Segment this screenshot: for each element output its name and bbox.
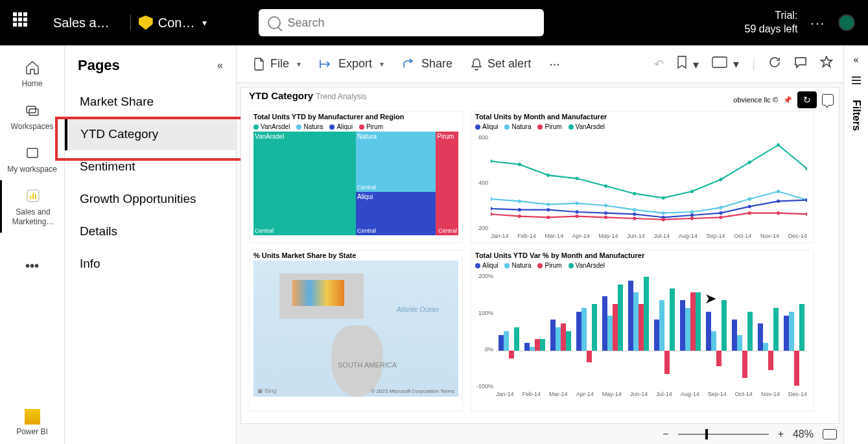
svg-point-9 xyxy=(518,163,521,166)
zoom-value: 48% xyxy=(793,428,814,440)
reset-visual-icon[interactable]: ↻ xyxy=(797,91,817,108)
separator xyxy=(130,15,131,30)
layout-icon xyxy=(712,56,727,68)
filters-pane: « Filters xyxy=(843,45,868,444)
export-menu[interactable]: Export ▾ xyxy=(312,53,390,75)
nav-home[interactable]: Home xyxy=(0,52,64,95)
bookmark-icon xyxy=(677,56,687,69)
nav-sales-marketing[interactable]: Sales and Marketing… xyxy=(0,180,64,233)
sensitivity-text: Con… xyxy=(158,16,195,30)
action-bar: File ▾ Export ▾ Share Set alert ··· ↶ xyxy=(237,45,843,83)
share-icon xyxy=(402,58,416,70)
page-item-growth[interactable]: Growth Opportunities xyxy=(65,183,236,215)
svg-point-42 xyxy=(777,200,780,203)
reset-icon[interactable]: ↶ xyxy=(654,57,664,71)
svg-rect-4 xyxy=(30,196,31,199)
favorite-button[interactable] xyxy=(820,56,833,72)
svg-point-33 xyxy=(518,208,521,211)
share-button[interactable]: Share xyxy=(395,53,459,75)
shield-icon xyxy=(139,16,153,30)
zoom-slider[interactable] xyxy=(678,434,769,435)
treemap-visual[interactable]: Total Units YTD by Manufacturer and Regi… xyxy=(249,111,463,243)
report-icon xyxy=(24,187,42,205)
bar-chart-visual[interactable]: Total Units YTD Var % by Month and Manuf… xyxy=(471,250,814,412)
comment-icon xyxy=(794,56,807,69)
svg-point-55 xyxy=(805,213,807,216)
svg-point-51 xyxy=(690,216,694,220)
page-item-details[interactable]: Details xyxy=(65,215,236,248)
line-chart-visual[interactable]: Total Units by Month and Manufacturer Al… xyxy=(471,111,814,243)
expand-filters-icon[interactable]: « xyxy=(854,54,859,65)
svg-rect-1 xyxy=(29,109,38,115)
svg-point-54 xyxy=(777,211,780,215)
report-view: File ▾ Export ▾ Share Set alert ··· ↶ xyxy=(237,45,843,444)
report-canvas-container: YTD Category Trend Analysis obvience llc… xyxy=(237,83,843,444)
comment-button[interactable] xyxy=(794,56,807,72)
nav-more[interactable]: ••• xyxy=(0,252,64,280)
more-actions[interactable]: ··· xyxy=(543,53,567,75)
map-terms[interactable]: © 2023 Microsoft Corporation Terms xyxy=(371,388,454,394)
visual-title: Total Units YTD Var % by Month and Manuf… xyxy=(471,250,814,261)
svg-point-53 xyxy=(748,211,751,215)
set-alert-button[interactable]: Set alert xyxy=(464,53,537,75)
report-credit: obvience llc © 📌 ↻ xyxy=(733,91,834,108)
search-input[interactable] xyxy=(287,16,535,30)
svg-point-48 xyxy=(604,216,607,219)
chevron-down-icon: ▾ xyxy=(733,58,739,71)
svg-point-28 xyxy=(719,206,722,209)
map-visual[interactable]: % Units Market Share by State Atlantic O… xyxy=(249,250,463,412)
svg-point-26 xyxy=(662,211,665,215)
bar-xaxis: Jan-14Feb-14Mar-14Apr-14May-14Jun-14Jul-… xyxy=(496,391,807,397)
svg-point-18 xyxy=(777,143,780,146)
refresh-button[interactable] xyxy=(768,56,781,72)
app-launcher-icon[interactable] xyxy=(13,12,34,33)
report-subtitle: Trend Analysis xyxy=(316,92,366,101)
pages-title: Pages xyxy=(78,57,120,74)
left-nav-rail: Home Workspaces My workspace Sales and M… xyxy=(0,45,65,444)
svg-point-49 xyxy=(633,216,636,220)
svg-point-10 xyxy=(546,174,550,177)
avatar[interactable] xyxy=(838,14,855,31)
svg-rect-5 xyxy=(32,193,34,199)
comment-icon[interactable] xyxy=(822,94,834,106)
page-item-sentiment[interactable]: Sentiment xyxy=(65,150,236,183)
more-icon[interactable]: ··· xyxy=(810,16,825,30)
top-app-bar: Sales a… Con… ▾ Trial: 59 days left ··· xyxy=(0,0,868,45)
fit-to-page-icon[interactable] xyxy=(823,429,837,439)
nav-my-workspace[interactable]: My workspace xyxy=(0,137,64,180)
file-menu[interactable]: File ▾ xyxy=(247,53,307,75)
sensitivity-label[interactable]: Con… ▾ xyxy=(139,16,207,30)
nav-powerbi[interactable]: Power BI xyxy=(0,403,64,444)
file-label: File xyxy=(270,57,289,71)
collapse-pane-icon[interactable]: « xyxy=(217,60,223,71)
svg-point-11 xyxy=(576,177,579,180)
svg-point-21 xyxy=(518,200,521,203)
ocean-label: Atlantic Ocean xyxy=(397,306,439,313)
treemap-legend: VanArsdel Natura Aliqui Pirum xyxy=(250,122,462,132)
page-item-market-share[interactable]: Market Share xyxy=(65,86,236,118)
nav-label: Workspaces xyxy=(11,122,54,131)
svg-point-43 xyxy=(805,198,807,202)
svg-point-15 xyxy=(690,190,694,193)
pin-icon[interactable]: 📌 xyxy=(783,96,792,104)
svg-point-45 xyxy=(518,215,521,218)
filter-list-icon[interactable] xyxy=(852,76,861,84)
zoom-in-button[interactable]: + xyxy=(778,428,784,440)
bookmark-menu[interactable]: ▾ xyxy=(677,56,699,72)
zoom-controls: − + 48% xyxy=(663,428,837,440)
svg-point-44 xyxy=(491,213,493,216)
nav-workspaces[interactable]: Workspaces xyxy=(0,95,64,137)
chevron-down-icon: ▾ xyxy=(297,60,301,69)
svg-rect-2 xyxy=(27,148,38,158)
search-icon xyxy=(268,16,281,29)
visual-title: % Units Market Share by State xyxy=(250,250,462,261)
export-label: Export xyxy=(338,57,372,71)
page-item-info[interactable]: Info xyxy=(65,248,236,280)
view-menu[interactable]: ▾ xyxy=(712,56,739,71)
line-xaxis: Jan-14Feb-14Mar-14Apr-14May-14Jun-14Jul-… xyxy=(491,233,807,239)
page-item-ytd-category[interactable]: YTD Category xyxy=(65,118,236,150)
zoom-out-button[interactable]: − xyxy=(663,428,668,440)
trial-days: 59 days left xyxy=(745,23,798,36)
bar-groups xyxy=(496,273,807,390)
search-box[interactable] xyxy=(259,9,544,36)
